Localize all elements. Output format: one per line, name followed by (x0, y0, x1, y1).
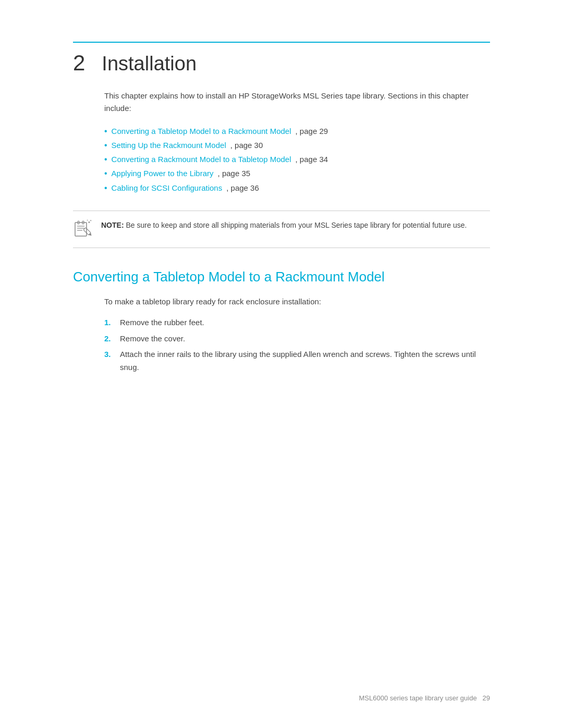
step-item-2: 2. Remove the cover. (104, 332, 490, 346)
step-number-3: 3. (104, 348, 115, 374)
chapter-number: 2 (73, 52, 85, 74)
toc-link-2[interactable]: Setting Up the Rackmount Model (112, 139, 226, 152)
page-ref-3: , page 34 (296, 153, 328, 166)
step-number-1: 1. (104, 316, 115, 329)
steps-list: 1. Remove the rubber feet. 2. Remove the… (73, 316, 490, 374)
svg-text:✦: ✦ (90, 219, 92, 222)
page-ref-4: , page 35 (218, 167, 251, 180)
list-item: Converting a Tabletop Model to a Rackmou… (104, 124, 490, 138)
svg-marker-7 (89, 232, 93, 237)
page-ref-2: , page 30 (230, 139, 263, 152)
footer-page: 29 (483, 694, 490, 702)
chapter-header: 2 Installation (73, 42, 490, 75)
note-text: Be sure to keep and store all shipping m… (126, 221, 467, 229)
svg-rect-0 (75, 223, 87, 236)
step-item-1: 1. Remove the rubber feet. (104, 316, 490, 329)
list-item: Setting Up the Rackmount Model, page 30 (104, 138, 490, 152)
toc-link-3[interactable]: Converting a Rackmount Model to a Tablet… (112, 153, 291, 166)
chapter-intro: This chapter explains how to install an … (73, 90, 490, 115)
note-label: NOTE: (101, 221, 124, 229)
chapter-title: Installation (102, 53, 197, 75)
note-box: ✦ ✦ ✦ NOTE: Be sure to keep and store al… (73, 211, 490, 248)
list-item: Converting a Rackmount Model to a Tablet… (104, 152, 490, 166)
step-text-2: Remove the cover. (120, 332, 185, 346)
page-ref-1: , page 29 (296, 125, 328, 138)
step-item-3: 3. Attach the inner rails to the library… (104, 348, 490, 374)
step-text-1: Remove the rubber feet. (120, 316, 204, 329)
page: 2 Installation This chapter explains how… (0, 0, 563, 728)
footer: MSL6000 series tape library user guide 2… (359, 694, 491, 702)
section-intro: To make a tabletop library ready for rac… (73, 295, 490, 308)
note-icon: ✦ ✦ ✦ (73, 219, 93, 239)
step-number-2: 2. (104, 332, 115, 346)
toc-link-5[interactable]: Cabling for SCSI Configurations (112, 181, 223, 195)
page-ref-5: , page 36 (226, 181, 259, 195)
note-content: NOTE: Be sure to keep and store all ship… (101, 219, 467, 231)
footer-text: MSL6000 series tape library user guide (359, 694, 477, 702)
step-text-3: Attach the inner rails to the library us… (120, 348, 490, 374)
list-item: Cabling for SCSI Configurations, page 36 (104, 181, 490, 195)
toc-link-4[interactable]: Applying Power to the Library (112, 167, 214, 180)
toc-link-1[interactable]: Converting a Tabletop Model to a Rackmou… (112, 125, 291, 138)
section-heading: Converting a Tabletop Model to a Rackmou… (73, 269, 490, 285)
toc-list: Converting a Tabletop Model to a Rackmou… (73, 124, 490, 195)
list-item: Applying Power to the Library, page 35 (104, 166, 490, 180)
